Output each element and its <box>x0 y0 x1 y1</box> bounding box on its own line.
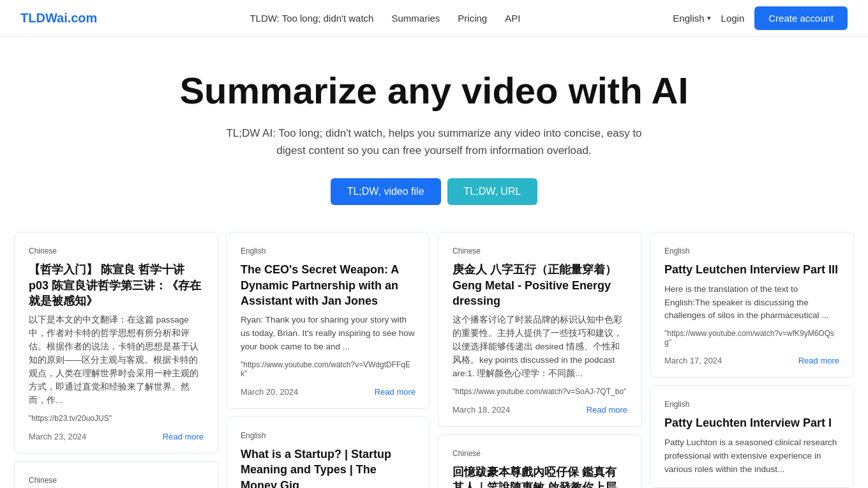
card-language: English <box>241 247 415 255</box>
card-url: "https://b23.tv/20uoJUS" <box>29 414 204 423</box>
card-excerpt: 以下是本文的中文翻译：在这篇 passage 中，作者对卡特的哲学思想有所分析和… <box>29 314 204 407</box>
read-more-link[interactable]: Read more <box>798 356 839 365</box>
card-title: Patty Leuchten Interview Part I <box>664 415 839 431</box>
card-title: What is a Startup? | Startup Meaning and… <box>241 446 415 488</box>
card-column-1: English The CEO's Secret Weapon: A Dynam… <box>222 228 434 488</box>
card-column-3: English Patty Leutchen Interview Part II… <box>646 228 858 488</box>
card-date: March 23, 2024 <box>29 432 86 441</box>
card-url: "https://www.youtube.com/watch?v=wfK9yM6… <box>664 329 839 347</box>
card-language: English <box>241 431 415 440</box>
card-column-2: Chinese 庚金人 八字五行（正能量穿着） Geng Metal - Pos… <box>434 228 646 488</box>
card-footer: March 17, 2024 Read more <box>664 356 839 365</box>
language-label: English <box>673 13 704 24</box>
card-excerpt: Here is the translation of the text to E… <box>664 283 839 323</box>
hero-title: Summarize any video with AI <box>13 70 855 112</box>
card-language: Chinese <box>453 449 627 458</box>
card-excerpt: Ryan: Thank you for sharing your story w… <box>241 314 415 354</box>
hero-section: Summarize any video with AI TL;DW AI: To… <box>0 37 868 228</box>
logo[interactable]: TLDWai.com <box>20 11 97 26</box>
card-footer: March 20, 2024 Read more <box>241 387 415 397</box>
card-date: March 17, 2024 <box>664 356 722 365</box>
list-item: Chinese 追求财务自由五年, 我想明白了这几个道理 <box>14 461 218 488</box>
list-item: English Patty Leuchten Interview Part I … <box>650 385 854 488</box>
card-url: "https://www.youtube.com/watch?v=SoAJ-7Q… <box>453 387 627 396</box>
card-language: Chinese <box>29 247 204 255</box>
card-language: English <box>664 247 839 255</box>
read-more-link[interactable]: Read more <box>587 405 627 415</box>
url-button[interactable]: TL;DW, URL <box>447 178 538 205</box>
card-excerpt: Patty Luchton is a seasoned clinical res… <box>664 436 839 477</box>
card-title: Patty Leutchen Interview Part III <box>664 262 839 277</box>
read-more-link[interactable]: Read more <box>375 387 415 397</box>
nav-item-tldw[interactable]: TLDW: Too long; didn't watch <box>250 13 373 24</box>
card-title: The CEO's Secret Weapon: A Dynamic Partn… <box>241 262 415 309</box>
card-title: 回憶跋豪本尊戲內啞仔保 鑑真有其人｜笑說陳惠敏 啟發教你上层次情景比行动 <box>453 464 627 488</box>
list-item: English What is a Startup? | Startup Mea… <box>226 416 430 488</box>
hero-subtitle: TL;DW AI: Too long; didn't watch, helps … <box>217 125 651 159</box>
login-link[interactable]: Login <box>721 13 745 24</box>
card-footer: March 18, 2024 Read more <box>453 405 627 415</box>
nav-right: English ▾ Login Create account <box>673 6 848 30</box>
card-language: Chinese <box>453 247 627 255</box>
card-column-0: Chinese 【哲学入门】 陈宣良 哲学十讲 p03 陈宣良讲哲学第三讲：《存… <box>10 228 222 488</box>
nav-item-api[interactable]: API <box>505 13 520 24</box>
card-title: 【哲学入门】 陈宣良 哲学十讲 p03 陈宣良讲哲学第三讲：《存在就是被感知》 <box>29 262 204 309</box>
navbar: TLDWai.com TLDW: Too long; didn't watch … <box>0 0 868 37</box>
card-title: 庚金人 八字五行（正能量穿着） Geng Metal - Positive En… <box>453 262 627 309</box>
video-file-button[interactable]: TL;DW, video file <box>331 178 441 205</box>
create-account-button[interactable]: Create account <box>754 6 848 30</box>
nav-item-pricing[interactable]: Pricing <box>458 13 487 24</box>
card-date: March 18, 2024 <box>453 405 510 415</box>
list-item: English Patty Leutchen Interview Part II… <box>650 232 854 377</box>
list-item: Chinese 【哲学入门】 陈宣良 哲学十讲 p03 陈宣良讲哲学第三讲：《存… <box>14 232 218 453</box>
card-url: "https://www.youtube.com/watch?v=VWdgtDF… <box>241 360 415 378</box>
cards-grid: Chinese 【哲学入门】 陈宣良 哲学十讲 p03 陈宣良讲哲学第三讲：《存… <box>0 228 868 488</box>
list-item: Chinese 回憶跋豪本尊戲內啞仔保 鑑真有其人｜笑說陳惠敏 啟發教你上层次情… <box>438 434 642 488</box>
nav-item-summaries[interactable]: Summaries <box>391 13 440 24</box>
card-footer: March 23, 2024 Read more <box>29 432 204 441</box>
list-item: Chinese 庚金人 八字五行（正能量穿着） Geng Metal - Pos… <box>438 232 642 427</box>
nav-links: TLDW: Too long; didn't watch Summaries P… <box>250 13 520 24</box>
chevron-down-icon: ▾ <box>707 14 711 22</box>
read-more-link[interactable]: Read more <box>163 432 204 441</box>
card-excerpt: 这个播客讨论了时装品牌的标识认知中色彩的重要性。主持人提供了一些技巧和建议，以便… <box>453 314 627 381</box>
hero-buttons: TL;DW, video file TL;DW, URL <box>13 178 855 205</box>
card-date: March 20, 2024 <box>241 387 298 397</box>
card-language: English <box>664 400 839 409</box>
language-selector[interactable]: English ▾ <box>673 13 710 24</box>
card-language: Chinese <box>29 476 204 485</box>
list-item: English The CEO's Secret Weapon: A Dynam… <box>226 232 430 409</box>
